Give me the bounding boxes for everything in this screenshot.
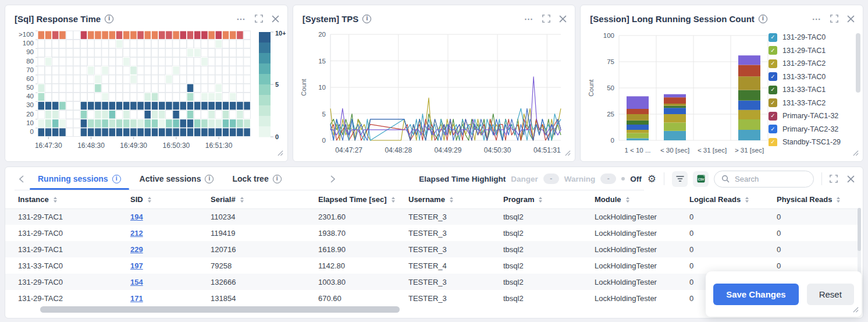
more-options-button[interactable]: ⋯ (812, 16, 822, 22)
legend-item[interactable]: ✓131-29-TAC0 (769, 31, 853, 44)
column-header[interactable]: Module (590, 190, 685, 208)
session-bar-chart: 02550751001 < 10 ...< 30 [sec]< 31 [sec]… (585, 30, 764, 158)
tab-active-sessions[interactable]: Active sessions i (130, 168, 223, 189)
filter-button[interactable] (672, 171, 688, 187)
chart-row: [Sql] Response Time i ⋯ >100100908070605… (0, 0, 868, 162)
fullscreen-button[interactable] (830, 15, 838, 23)
table-cell: 0 (772, 225, 860, 241)
svg-text:> 31 [sec]: > 31 [sec] (735, 147, 764, 154)
reset-button[interactable]: Reset (807, 284, 854, 305)
legend-item[interactable]: ✓Primary-TAC2-32 (769, 123, 853, 136)
legend-checkbox[interactable]: ✓ (769, 86, 777, 94)
legend-item[interactable]: ✓Primary-TAC1-32 (769, 109, 853, 123)
legend-item[interactable]: ✓131-33-TAC0 (769, 70, 853, 84)
close-button[interactable] (847, 15, 855, 23)
more-options-button[interactable]: ⋯ (236, 16, 246, 22)
ellipsis-icon: ⋯ (236, 16, 246, 22)
legend-checkbox[interactable]: ✓ (769, 72, 777, 81)
svg-text:16:49:30: 16:49:30 (120, 141, 147, 150)
sort-icon[interactable] (626, 197, 629, 203)
export-csv-button[interactable]: CSV (693, 171, 709, 187)
tab-running-sessions[interactable]: Running sessions i (29, 168, 130, 189)
table-cell: LockHoldingTester (590, 208, 685, 225)
search-input[interactable] (734, 174, 805, 184)
svg-text:0: 0 (275, 133, 279, 140)
legend-checkbox[interactable]: ✓ (769, 33, 777, 42)
resize-handle[interactable] (852, 305, 859, 315)
column-header[interactable]: Logical Reads (685, 190, 772, 208)
table-cell: TESTER_3 (404, 225, 499, 241)
info-icon[interactable]: i (273, 175, 282, 183)
close-button[interactable] (559, 15, 567, 23)
column-header[interactable]: Physical Reads (772, 190, 860, 208)
svg-text:15: 15 (318, 58, 326, 65)
sort-icon[interactable] (745, 197, 749, 203)
warning-value-pill[interactable]: - (600, 174, 616, 184)
legend-checkbox[interactable]: ✓ (769, 112, 777, 121)
sort-icon[interactable] (392, 197, 395, 203)
info-icon[interactable]: i (759, 15, 767, 23)
tab-lock-tree[interactable]: Lock tree i (223, 168, 290, 189)
column-header[interactable]: Program (499, 190, 590, 208)
legend-item[interactable]: ✓Standby-TSC1-29 (769, 136, 853, 146)
info-icon[interactable]: i (362, 15, 371, 23)
settings-gear-button[interactable]: ⚙ (648, 174, 656, 184)
chevron-right-icon (330, 175, 335, 183)
fullscreen-button[interactable] (542, 15, 550, 23)
svg-text:60: 60 (26, 75, 34, 82)
sid-link[interactable]: 229 (130, 245, 143, 254)
danger-value-pill[interactable]: - (543, 174, 559, 184)
panel-header: [System] TPS i ⋯ (293, 5, 575, 25)
column-header-label: Instance (18, 195, 49, 204)
column-header[interactable]: SID (126, 190, 206, 208)
save-changes-button[interactable]: Save Changes (713, 284, 799, 305)
horizontal-scrollbar[interactable] (40, 306, 400, 313)
sid-link[interactable]: 154 (130, 278, 143, 286)
table-cell: 0 (772, 208, 860, 225)
sort-icon[interactable] (539, 197, 542, 203)
legend-item[interactable]: ✓131-33-TAC2 (769, 97, 853, 110)
info-icon[interactable]: i (105, 15, 113, 23)
info-icon[interactable]: i (205, 175, 214, 183)
panel-sessions-table: Running sessions i Active sessions i Loc… (5, 167, 863, 319)
column-header[interactable]: Username (404, 190, 499, 208)
column-header-label: Logical Reads (689, 195, 741, 204)
sid-link[interactable]: 171 (130, 294, 143, 303)
sort-icon[interactable] (148, 197, 151, 203)
legend-scrollbar[interactable] (856, 33, 860, 93)
legend-item[interactable]: ✓131-29-TAC2 (769, 57, 853, 70)
sort-icon[interactable] (240, 197, 244, 203)
danger-label: Danger (511, 175, 538, 183)
column-header[interactable]: Serial# (206, 190, 314, 208)
table-header-row: InstanceSIDSerial#Elapsed Time [sec]User… (5, 190, 860, 208)
sort-icon[interactable] (837, 197, 840, 203)
close-button[interactable] (272, 15, 279, 23)
legend-item[interactable]: ✓131-29-TAC1 (769, 44, 853, 58)
sid-link[interactable]: 197 (130, 261, 143, 270)
info-icon[interactable]: i (112, 175, 121, 183)
more-options-button[interactable]: ⋯ (524, 16, 534, 22)
legend-item[interactable]: ✓131-33-TAC1 (769, 83, 853, 97)
sort-icon[interactable] (450, 197, 453, 203)
table-close-button[interactable] (847, 175, 855, 183)
sid-link[interactable]: 194 (130, 213, 143, 221)
column-header[interactable]: Instance (5, 190, 126, 208)
legend-checkbox[interactable]: ✓ (769, 98, 777, 107)
legend-checkbox[interactable]: ✓ (769, 125, 777, 133)
table-fullscreen-button[interactable] (830, 175, 838, 183)
sid-link[interactable]: 212 (130, 229, 143, 238)
legend-checkbox[interactable]: ✓ (769, 138, 777, 146)
resize-handle[interactable] (277, 148, 283, 158)
tabs-prev-button[interactable] (15, 175, 29, 183)
resize-handle[interactable] (564, 148, 571, 158)
fullscreen-button[interactable] (255, 15, 263, 23)
tabs-next-button[interactable] (326, 175, 340, 183)
column-header[interactable]: Elapsed Time [sec] (314, 190, 404, 208)
sort-icon[interactable] (54, 197, 57, 203)
svg-text:20: 20 (318, 31, 326, 38)
legend-checkbox[interactable]: ✓ (769, 59, 777, 68)
legend-checkbox[interactable]: ✓ (769, 46, 777, 55)
vertical-scrollbar[interactable] (858, 208, 861, 251)
legend-label: 131-29-TAC0 (782, 33, 826, 41)
resize-handle[interactable] (852, 148, 859, 158)
